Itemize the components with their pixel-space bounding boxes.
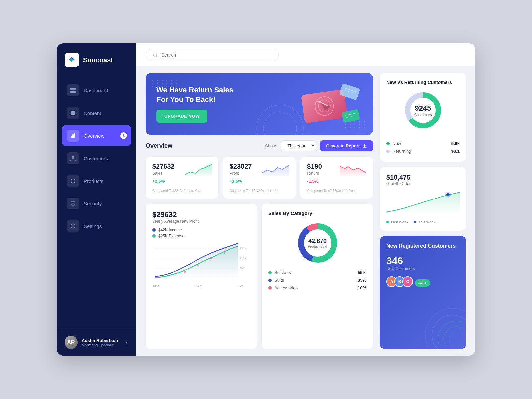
svg-rect-6 [71, 136, 72, 138]
overview-title: Overview [146, 142, 172, 149]
profit-compare: Compared To ($21340) Last Year [230, 189, 289, 193]
overview-icon [67, 130, 79, 142]
avatar-3: C [402, 276, 413, 287]
sales-label: Sales [152, 171, 175, 176]
svg-rect-7 [72, 134, 74, 138]
category-list: Snickers 55% Suits 35% [268, 270, 366, 290]
accessories-dot [268, 286, 272, 290]
search-bar[interactable] [146, 49, 279, 61]
dashboard-icon [67, 84, 79, 96]
new-value: 5.9k [451, 141, 460, 146]
svg-rect-2 [70, 91, 73, 93]
snickers-label: Snickers [274, 270, 291, 275]
suits-pct: 35% [358, 278, 366, 283]
category-donut-container: 42,870 Product Sold [268, 221, 366, 265]
registered-sub: New Customers [386, 266, 460, 271]
generate-report-button[interactable]: Generate Report [320, 140, 373, 151]
sidebar-item-overview-label: Overview [84, 133, 105, 139]
user-footer: AR Austin Robertson Marketing Specialist… [57, 329, 136, 356]
content-icon [67, 107, 79, 119]
category-accessories: Accessories 10% [268, 285, 366, 290]
growth-value: $10,475 [386, 174, 460, 181]
user-info: Austin Robertson Marketing Specialist [82, 338, 121, 347]
overview-header: Overview Show: This Year Last Year Gener… [146, 140, 373, 151]
sales-chart [185, 163, 212, 176]
returning-customers-row: Returning $3.1 [386, 147, 460, 155]
registered-avatars: A B C [386, 276, 410, 287]
promo-banner: We Have Return Sales For You To Back! UP… [146, 73, 373, 135]
returning-label: Returning [392, 149, 411, 154]
profit-value: $23027 [230, 163, 252, 170]
profit-chart-card: $29632 Yearly Average New Profit $42K In… [146, 204, 257, 349]
bottom-row: $29632 Yearly Average New Profit $42K In… [146, 204, 373, 349]
main-content: We Have Return Sales For You To Back! UP… [136, 43, 475, 356]
accessories-pct: 10% [358, 285, 366, 290]
registered-count: 346 [386, 255, 460, 266]
svg-point-41 [445, 192, 451, 198]
user-avatar: AR [65, 336, 78, 349]
sidebar-item-overview[interactable]: Overview 3 [62, 125, 131, 146]
line-chart-container: $30K $15K $5K [152, 242, 250, 283]
customers-legend: New 5.9k Returning $3.1 [386, 140, 460, 155]
sales-category-card: Sales By Category [262, 204, 373, 349]
registered-plus-badge: 346+ [415, 279, 430, 287]
sidebar-item-settings[interactable]: Settings [62, 215, 131, 237]
sidebar-item-dashboard[interactable]: Dashboard [62, 80, 131, 101]
growth-card: $10,475 Growth Order [380, 167, 466, 231]
overview-badge: 3 [120, 132, 127, 139]
profit-chart [262, 163, 289, 176]
svg-point-42 [438, 321, 463, 346]
sidebar-item-customers[interactable]: Customers [62, 148, 131, 169]
customers-count-label: Customers [414, 113, 432, 117]
profit-chart-value: $29632 [152, 210, 250, 219]
sidebar-item-security[interactable]: Security [62, 193, 131, 214]
category-snickers: Snickers 55% [268, 270, 366, 275]
content-right: New Vs Returning Customers 9245 [380, 73, 466, 349]
customers-chart-title: New Vs Returning Customers [386, 80, 460, 85]
sales-change: +2.5% [152, 178, 212, 184]
customers-donut-center: 9245 Customers [414, 104, 432, 117]
category-suits: Suits 35% [268, 278, 366, 283]
category-donut: 42,870 Product Sold [296, 221, 339, 265]
sidebar-item-products[interactable]: Products [62, 170, 131, 192]
download-icon [362, 144, 367, 148]
sidebar-item-content[interactable]: Content [62, 102, 131, 124]
products-icon [67, 175, 79, 187]
legend-expense: $25K Expense [152, 234, 250, 238]
stat-card-profit: $23027 Profit [223, 157, 296, 199]
suits-dot [268, 279, 272, 282]
upgrade-button[interactable]: UPGRADE NOW [156, 110, 207, 123]
year-select[interactable]: This Year Last Year [281, 140, 316, 151]
stat-card-return: $190 Return [300, 157, 373, 199]
returning-dot [386, 150, 390, 153]
last-week-dot [386, 221, 389, 223]
svg-point-43 [444, 327, 463, 346]
sidebar-item-customers-label: Customers [84, 156, 108, 161]
svg-point-10 [72, 225, 74, 227]
dots-decoration-1 [152, 80, 178, 87]
customers-count: 9245 [414, 104, 432, 113]
profit-line-chart: $30K $15K $5K [152, 242, 250, 282]
registered-card: New Registered Customers 346 New Custome… [380, 236, 466, 349]
last-week-label: Last Week [391, 220, 408, 224]
avatar-initials: AR [65, 336, 78, 349]
logo-area: Suncoast [57, 43, 136, 76]
svg-point-33 [210, 257, 212, 259]
svg-rect-3 [73, 91, 76, 93]
donut-number: 42,870 [308, 238, 327, 245]
profit-chart-label: Yearly Average New Profit [152, 219, 250, 224]
legend-income: $42K Income [152, 228, 250, 232]
svg-point-31 [184, 271, 186, 273]
user-dropdown-arrow[interactable]: ▼ [125, 341, 128, 344]
svg-text:$15K: $15K [240, 257, 247, 260]
last-week-legend: Last Week [386, 220, 408, 224]
customers-chart-card: New Vs Returning Customers 9245 [380, 73, 466, 162]
svg-rect-1 [73, 88, 76, 90]
settings-icon [67, 220, 79, 232]
return-value: $190 [307, 163, 322, 170]
suits-label: Suits [274, 278, 284, 283]
search-input[interactable] [161, 52, 272, 58]
app-name: Suncoast [83, 56, 113, 64]
search-icon [153, 52, 158, 58]
sidebar-nav: Dashboard Content [57, 76, 136, 329]
